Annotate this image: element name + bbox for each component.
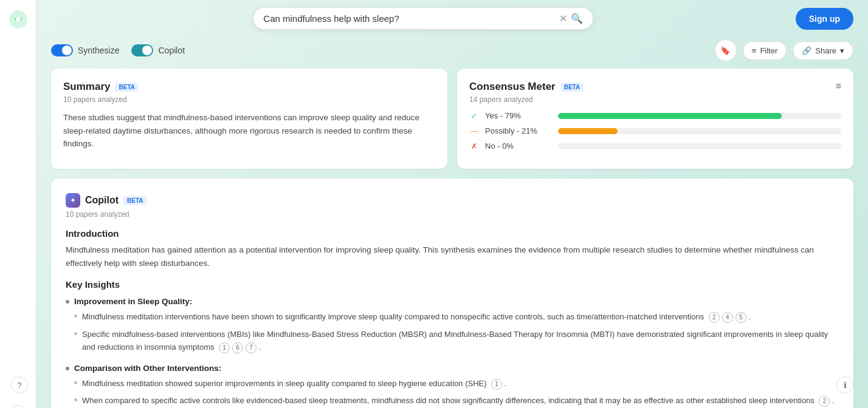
- copilot-card-header: ✦ Copilot Beta: [66, 193, 839, 208]
- insight-item-1-1: Mindfulness meditation interventions hav…: [74, 311, 839, 324]
- content-area: Summary Beta 10 papers analyzed These st…: [36, 69, 868, 408]
- meter-no-label: No - 0%: [485, 141, 552, 151]
- insight-group-2-title: Comparison with Other Interventions:: [66, 364, 839, 373]
- cards-row: Summary Beta 10 papers analyzed These st…: [51, 69, 853, 169]
- ref-badge-1b[interactable]: 1: [491, 379, 502, 390]
- info-button[interactable]: ℹ: [836, 376, 853, 393]
- insight-text-2-2: When compared to specific active control…: [82, 395, 835, 407]
- filter-icon: ≡: [752, 46, 757, 55]
- consensus-card-header: Consensus Meter Beta: [469, 81, 841, 93]
- copilot-icon-symbol: ✦: [70, 196, 76, 205]
- insight-text-1-1: Mindfulness meditation interventions hav…: [82, 311, 751, 324]
- sidebar-expand-button[interactable]: ›: [10, 405, 27, 408]
- search-input[interactable]: [263, 13, 556, 24]
- toolbar-left: Synthesize Copilot: [51, 44, 185, 56]
- share-label: Share: [815, 46, 836, 55]
- search-icon: 🔍: [571, 13, 583, 24]
- copilot-card: ✦ Copilot Beta 10 papers analyzed Introd…: [51, 178, 853, 408]
- help-button[interactable]: ?: [11, 376, 28, 393]
- insight-text-1-2: Specific mindfulness-based interventions…: [82, 328, 839, 354]
- sidebar-top: [9, 10, 28, 29]
- meter-row-possibly: — Possibly - 21%: [469, 126, 841, 135]
- summary-title: Summary: [63, 81, 110, 93]
- meter-yes-fill: [558, 113, 782, 119]
- copilot-label: Copilot: [158, 46, 185, 55]
- ref-badge-1[interactable]: 1: [219, 342, 230, 353]
- copilot-toggle-group: Copilot: [131, 44, 185, 56]
- consensus-card: ≡ Consensus Meter Beta 14 papers analyze…: [457, 69, 853, 169]
- toggle-knob-copilot: [142, 46, 152, 55]
- header-left: ✕ 🔍: [51, 7, 796, 30]
- ref-badge-4[interactable]: 4: [722, 312, 733, 323]
- summary-card: Summary Beta 10 papers analyzed These st…: [51, 69, 447, 169]
- ref-badge-2[interactable]: 2: [709, 312, 720, 323]
- search-clear-button[interactable]: ✕: [556, 13, 571, 24]
- app-logo[interactable]: [9, 10, 28, 29]
- search-bar: ✕ 🔍: [253, 7, 593, 30]
- synthesize-toggle[interactable]: [51, 44, 73, 56]
- meter-possibly-fill: [558, 128, 618, 134]
- insight-item-2-1: Mindfulness meditation showed superior i…: [74, 378, 839, 390]
- copilot-toggle[interactable]: [131, 44, 153, 56]
- ref-badges-1-1: 2 4 5: [708, 312, 746, 323]
- share-button[interactable]: 🔗 Share ▾: [793, 41, 853, 60]
- toggle-knob: [62, 46, 72, 55]
- insight-item-1-2: Specific mindfulness-based interventions…: [74, 328, 839, 354]
- signup-button[interactable]: Sign up: [796, 8, 853, 30]
- question-mark-icon: ?: [17, 381, 21, 390]
- insight-group-2: Comparison with Other Interventions: Min…: [66, 364, 839, 408]
- copilot-papers-count: 10 papers analyzed: [66, 210, 839, 219]
- summary-papers-count: 10 papers analyzed: [63, 95, 435, 104]
- dash-icon: —: [469, 127, 479, 135]
- info-icon-symbol: ℹ: [844, 381, 847, 390]
- intro-section-title: Introduction: [66, 228, 839, 239]
- copilot-card-title: Copilot: [85, 195, 119, 206]
- insight-list-2: Mindfulness meditation showed superior i…: [66, 378, 839, 408]
- main-content: ✕ 🔍 Sign up Synthesize C: [36, 0, 868, 408]
- ref-badges-1-2: 1 6 7: [218, 342, 257, 353]
- copilot-icon: ✦: [66, 193, 80, 208]
- consensus-filter-button[interactable]: ≡: [836, 81, 841, 92]
- close-icon: ✕: [559, 13, 567, 24]
- meter-row-no: ✗ No - 0%: [469, 141, 841, 151]
- consensus-papers-count: 14 papers analyzed: [469, 95, 841, 104]
- insight-group-1-title: Improvement in Sleep Quality:: [66, 297, 839, 306]
- summary-card-header: Summary Beta: [63, 81, 435, 93]
- ref-badge-2b[interactable]: 2: [819, 396, 830, 407]
- insight-list-1: Mindfulness meditation interventions hav…: [66, 311, 839, 353]
- meter-possibly-bg: [558, 128, 841, 134]
- key-insights-title: Key Insights: [66, 279, 839, 290]
- search-submit-button[interactable]: 🔍: [571, 13, 583, 24]
- ref-badge-7[interactable]: 7: [246, 342, 257, 353]
- ref-badge-5[interactable]: 5: [735, 312, 746, 323]
- meter-possibly-label: Possibly - 21%: [485, 126, 552, 135]
- meter-no-bg: [558, 143, 841, 149]
- consensus-beta-badge: Beta: [560, 83, 584, 92]
- header-right: Sign up: [796, 8, 853, 30]
- synthesize-label: Synthesize: [78, 46, 119, 55]
- consensus-title: Consensus Meter: [469, 81, 556, 93]
- svg-point-1: [16, 17, 21, 22]
- insight-text-2-1: Mindfulness meditation showed superior i…: [82, 378, 506, 390]
- meter-row-yes: ✓ Yes - 79%: [469, 111, 841, 120]
- chevron-down-icon: ▾: [840, 46, 844, 55]
- sidebar: ? ›: [0, 0, 36, 408]
- ref-badge-6[interactable]: 6: [232, 342, 243, 353]
- summary-body-text: These studies suggest that mindfulness-b…: [63, 111, 435, 151]
- ref-badges-2-1: 1: [490, 379, 502, 390]
- filter-label: Filter: [760, 46, 777, 55]
- filter-button[interactable]: ≡ Filter: [743, 41, 787, 60]
- bookmark-icon: 🔖: [720, 46, 731, 55]
- toolbar-right: 🔖 ≡ Filter 🔗 Share ▾: [715, 39, 853, 61]
- toolbar: Synthesize Copilot 🔖 ≡ Filter 🔗 Share ▾: [36, 37, 868, 69]
- share-icon: 🔗: [802, 46, 811, 55]
- insight-group-1: Improvement in Sleep Quality: Mindfulnes…: [66, 297, 839, 353]
- header: ✕ 🔍 Sign up: [36, 0, 868, 37]
- checkmark-icon: ✓: [469, 112, 479, 120]
- synthesize-toggle-group: Synthesize: [51, 44, 119, 56]
- summary-beta-badge: Beta: [115, 83, 138, 92]
- bookmark-button[interactable]: 🔖: [715, 39, 737, 61]
- copilot-beta-badge: Beta: [123, 196, 146, 205]
- filter-lines-icon: ≡: [836, 81, 841, 91]
- meter-yes-label: Yes - 79%: [485, 111, 552, 120]
